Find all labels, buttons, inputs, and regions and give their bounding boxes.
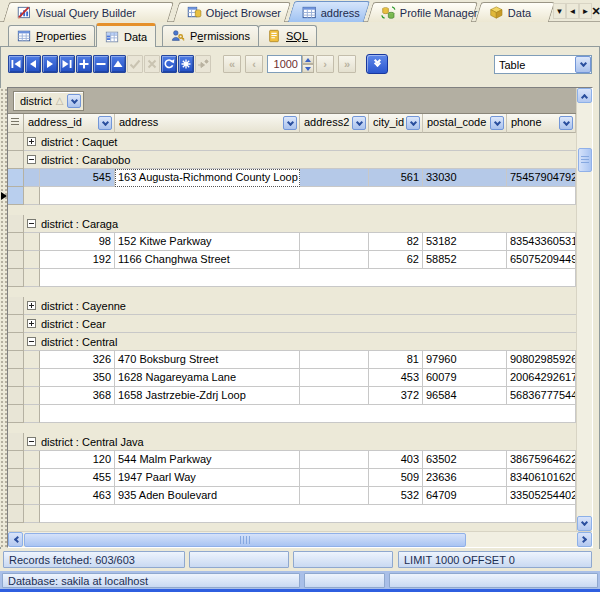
group-header-cell[interactable]: district : Cear — [24, 315, 576, 333]
column-filter-dropdown-button[interactable] — [98, 116, 112, 130]
cell-city_id[interactable]: 372 — [369, 387, 423, 405]
cell-address[interactable]: 935 Aden Boulevard — [115, 487, 300, 505]
column-header-address[interactable]: address — [115, 114, 300, 133]
cell-address_id[interactable]: 368 — [40, 387, 115, 405]
cell-address_id[interactable]: 98 — [40, 233, 115, 251]
column-header-address2[interactable]: address2 — [300, 114, 369, 133]
row-selector-cell[interactable] — [8, 315, 24, 333]
row-selector-cell[interactable] — [8, 505, 24, 523]
cell-city_id[interactable]: 561 — [369, 169, 423, 187]
next-page-button[interactable]: › — [316, 55, 334, 73]
insert-row-button[interactable] — [76, 55, 92, 73]
column-header-phone[interactable]: phone — [507, 114, 576, 133]
cell-address2[interactable] — [300, 387, 369, 405]
cell-address2[interactable] — [300, 169, 369, 187]
cell-address2[interactable] — [300, 251, 369, 269]
cell-address[interactable]: 470 Boksburg Street — [115, 351, 300, 369]
group-filter-dropdown-button[interactable] — [67, 94, 81, 108]
save-changes-button[interactable] — [127, 55, 143, 73]
page-size-input[interactable] — [267, 55, 302, 73]
group-header-cell[interactable]: district : Carabobo — [24, 151, 576, 169]
cell-postal_code[interactable]: 33030 — [423, 169, 507, 187]
cell-address2[interactable] — [300, 451, 369, 469]
tab-list-dropdown-button[interactable]: ▼ — [553, 3, 566, 19]
close-tab-button[interactable]: ✕ — [592, 3, 600, 19]
row-selector-cell[interactable] — [8, 251, 24, 269]
row-selector-cell[interactable] — [8, 215, 24, 233]
cell-city_id[interactable]: 509 — [369, 469, 423, 487]
row-selector-cell[interactable] — [8, 487, 24, 505]
cell-address_id[interactable]: 350 — [40, 369, 115, 387]
subtab-data[interactable]: Data — [96, 23, 156, 47]
row-selector-cell[interactable] — [8, 351, 24, 369]
table-row[interactable]: 98152 Kitwe Parkway8253182835433605312 — [8, 233, 576, 251]
blank-cell[interactable] — [40, 505, 576, 523]
show-all-button[interactable] — [178, 55, 194, 73]
collapse-group-icon[interactable] — [27, 337, 36, 346]
go-to-current-button[interactable] — [195, 55, 211, 73]
row-selector-cell[interactable] — [8, 187, 24, 205]
previous-record-button[interactable] — [25, 55, 41, 73]
cell-phone[interactable]: 908029859266 — [507, 351, 576, 369]
cell-phone[interactable]: 834061016202 — [507, 469, 576, 487]
cell-address[interactable]: 1658 Jastrzebie-Zdrj Loop — [115, 387, 300, 405]
row-selector-cell[interactable] — [8, 169, 24, 187]
cell-address2[interactable] — [300, 369, 369, 387]
expand-group-icon[interactable] — [27, 137, 36, 146]
blank-cell[interactable] — [40, 269, 576, 287]
table-row[interactable]: 120544 Malm Parkway40363502386759646229 — [8, 451, 576, 469]
tab-object-browser[interactable]: Object Browser — [173, 2, 291, 22]
cell-address[interactable]: 152 Kitwe Parkway — [115, 233, 300, 251]
column-header-city_id[interactable]: city_id — [369, 114, 423, 133]
go-to-top-button[interactable] — [110, 55, 126, 73]
group-footer-blank-row[interactable] — [8, 187, 576, 205]
delete-row-button[interactable] — [93, 55, 109, 73]
cell-phone[interactable]: 20064292617 — [507, 369, 576, 387]
scroll-down-button[interactable] — [577, 516, 592, 531]
cell-address_id[interactable]: 192 — [40, 251, 115, 269]
row-selector-header[interactable] — [8, 114, 24, 133]
group-header-cell[interactable]: district : Caraga — [24, 215, 576, 233]
column-header-postal_code[interactable]: postal_code — [423, 114, 507, 133]
column-header-address_id[interactable]: address_id — [24, 114, 115, 133]
column-filter-dropdown-button[interactable] — [352, 116, 366, 130]
cell-address_id[interactable]: 455 — [40, 469, 115, 487]
cell-postal_code[interactable]: 53182 — [423, 233, 507, 251]
cell-address_id[interactable]: 463 — [40, 487, 115, 505]
cell-postal_code[interactable]: 23636 — [423, 469, 507, 487]
cell-phone[interactable]: 754579047924 — [507, 169, 576, 187]
tab-profile-manager[interactable]: Profile Manager — [367, 2, 478, 22]
cell-postal_code[interactable]: 58852 — [423, 251, 507, 269]
cell-phone[interactable]: 835433605312 — [507, 233, 576, 251]
table-row[interactable]: 4551947 Paarl Way50923636834061016202 — [8, 469, 576, 487]
first-page-button[interactable]: « — [223, 55, 241, 73]
group-header-cell[interactable]: district : Central — [24, 333, 576, 351]
cell-postal_code[interactable]: 97960 — [423, 351, 507, 369]
vertical-scrollbar-thumb[interactable] — [578, 148, 592, 172]
row-selector-cell[interactable] — [8, 297, 24, 315]
cell-city_id[interactable]: 453 — [369, 369, 423, 387]
collapse-group-icon[interactable] — [27, 437, 36, 446]
group-header-cell[interactable]: district : Cayenne — [24, 297, 576, 315]
cell-city_id[interactable]: 403 — [369, 451, 423, 469]
cell-address[interactable]: 1628 Nagareyama Lane — [115, 369, 300, 387]
scroll-up-button[interactable] — [577, 88, 592, 103]
tab-address[interactable]: address — [288, 1, 370, 22]
cell-address2[interactable] — [300, 469, 369, 487]
cell-address_id[interactable]: 120 — [40, 451, 115, 469]
table-row[interactable]: 1921166 Changhwa Street62588526507520944… — [8, 251, 576, 269]
collapse-group-icon[interactable] — [27, 219, 36, 228]
group-header-cell[interactable]: district : Caquet — [24, 133, 576, 151]
horizontal-scrollbar[interactable] — [8, 531, 592, 547]
row-selector-cell[interactable] — [8, 451, 24, 469]
group-chip-district[interactable]: district △ — [13, 91, 84, 111]
previous-page-button[interactable]: ‹ — [245, 55, 263, 73]
column-filter-dropdown-button[interactable] — [406, 116, 420, 130]
blank-cell[interactable] — [40, 405, 576, 423]
cell-address2[interactable] — [300, 233, 369, 251]
row-selector-cell[interactable] — [8, 333, 24, 351]
row-selector-cell[interactable] — [8, 369, 24, 387]
cell-city_id[interactable]: 62 — [369, 251, 423, 269]
cell-address[interactable]: 1166 Changhwa Street — [115, 251, 300, 269]
cell-city_id[interactable]: 82 — [369, 233, 423, 251]
